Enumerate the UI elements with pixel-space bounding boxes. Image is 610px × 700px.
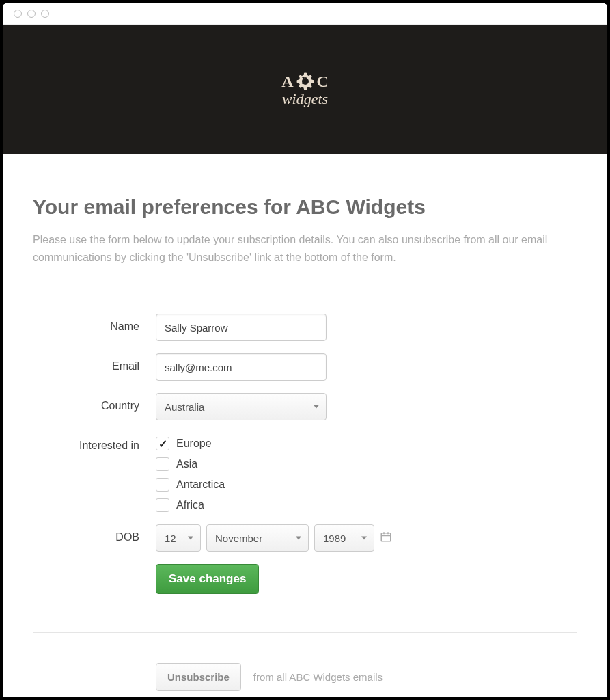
chevron-down-icon [296,537,301,540]
chevron-down-icon [314,405,319,409]
window-maximize-icon[interactable] [41,10,49,18]
dob-row: DOB 12 November 1989 [33,524,443,552]
checkbox-input[interactable] [156,478,169,492]
page-title: Your email preferences for ABC Widgets [33,196,577,219]
checkbox-item-africa[interactable]: Africa [156,498,225,512]
checkbox-label: Europe [176,438,212,450]
name-row: Name [33,314,443,341]
brand-logo-top: A B C [281,71,329,92]
checkbox-label: Asia [176,458,197,470]
brand-letter-a: A [281,72,293,91]
save-row: Save changes [33,564,443,594]
interested-label: Interested in [33,433,156,452]
save-button[interactable]: Save changes [156,564,259,594]
browser-window: A B C widgets Your email preferences for… [3,3,607,697]
checkbox-input[interactable] [156,457,169,471]
country-label: Country [33,393,156,412]
page-header: A B C widgets [3,25,607,154]
brand-letter-c: C [317,72,329,91]
preferences-form: Name Email Country Australia [33,314,443,594]
checkbox-label: Africa [176,499,204,511]
checkbox-input[interactable] [156,437,169,450]
dob-day-select[interactable]: 12 [156,524,201,552]
checkbox-item-europe[interactable]: Europe [156,437,225,450]
page-subtitle: Please use the form below to update your… [33,231,577,266]
email-row: Email [33,353,443,381]
dob-year-select[interactable]: 1989 [314,524,374,552]
country-select[interactable]: Australia [156,393,327,420]
dob-month-value: November [215,533,262,544]
email-label: Email [33,353,156,373]
interested-row: Interested in Europe Asia [33,433,443,512]
window-minimize-icon[interactable] [27,10,36,18]
country-row: Country Australia [33,393,443,420]
dob-label: DOB [33,524,156,543]
window-close-icon[interactable] [14,10,22,18]
dob-month-select[interactable]: November [206,524,309,552]
country-select-value: Australia [165,401,204,413]
checkbox-input[interactable] [156,498,169,512]
svg-rect-0 [381,533,391,541]
checkbox-item-asia[interactable]: Asia [156,457,225,471]
browser-chrome [3,3,607,25]
chevron-down-icon [188,537,193,540]
gear-icon: B [295,71,316,92]
email-input[interactable] [156,353,327,381]
interested-checkbox-group: Europe Asia Antarctica [156,433,225,512]
dob-year-value: 1989 [323,533,346,544]
name-input[interactable] [156,314,327,341]
page-content: Your email preferences for ABC Widgets P… [3,154,607,697]
page-body: A B C widgets Your email preferences for… [3,25,607,697]
calendar-icon[interactable] [380,530,392,546]
divider [33,632,577,633]
checkbox-label: Antarctica [176,479,225,491]
unsubscribe-button[interactable]: Unsubscribe [156,663,241,691]
dob-day-value: 12 [165,533,176,544]
brand-logo: A B C widgets [281,71,329,108]
unsubscribe-row: Unsubscribe from all ABC Widgets emails [33,663,577,691]
unsubscribe-text: from all ABC Widgets emails [253,671,383,683]
chevron-down-icon [361,537,367,540]
brand-word: widgets [282,90,328,108]
brand-letter-b: B [302,76,308,87]
name-label: Name [33,314,156,333]
checkbox-item-antarctica[interactable]: Antarctica [156,478,225,492]
